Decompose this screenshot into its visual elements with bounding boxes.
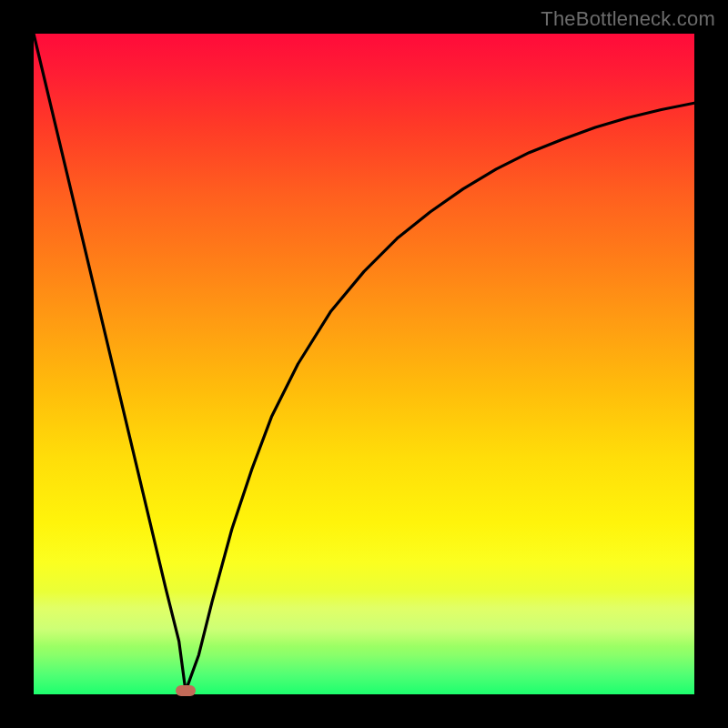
plot-area xyxy=(34,34,694,694)
chart-frame: TheBottleneck.com xyxy=(0,0,728,728)
watermark-text: TheBottleneck.com xyxy=(541,7,715,31)
